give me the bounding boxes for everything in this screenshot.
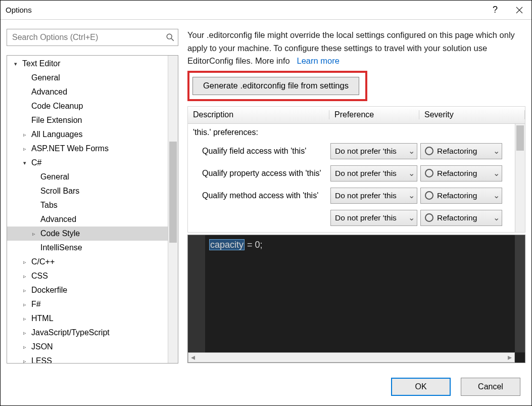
tree-item-label: All Languages [31,130,82,139]
tree-item[interactable]: Tabs [7,198,178,212]
cancel-button[interactable]: Cancel [461,378,520,396]
code-highlight: capacity [209,239,245,250]
ok-button[interactable]: OK [391,378,451,396]
tree-item-label: Dockerfile [31,286,67,295]
help-button[interactable]: ? [483,1,507,20]
table-row: Do not prefer 'this⌄Refactoring⌄ [188,207,525,229]
severity-dropdown[interactable]: Refactoring⌄ [420,165,502,182]
tree-scroll-thumb[interactable] [169,142,177,243]
tree-item[interactable]: ▹HTML [7,311,178,326]
col-severity[interactable]: Severity [419,110,525,119]
tree-item[interactable]: ▹All Languages [7,127,178,142]
table-row: Qualify property access with 'this'Do no… [188,162,525,185]
tree-item[interactable]: ▹JavaScript/TypeScript [7,326,178,340]
chevron-right-icon[interactable]: ▹ [21,273,28,280]
severity-circle-icon [425,169,433,177]
tree-item[interactable]: ▹JSON [7,340,178,354]
tree-item[interactable]: ▹Code Style [7,227,178,241]
chevron-right-icon[interactable]: ▹ [21,301,28,308]
scroll-left-arrow[interactable]: ◂ [188,353,198,362]
tree-item[interactable]: Advanced [7,212,178,227]
tree-item[interactable]: ▹C/C++ [7,255,178,269]
tree-item-label: Code Style [40,229,80,238]
preference-dropdown[interactable]: Do not prefer 'this⌄ [330,188,417,204]
preference-dropdown[interactable]: Do not prefer 'this⌄ [330,165,417,182]
tree-item-label: File Extension [31,116,82,125]
table-row: Qualify field access with 'this'Do not p… [188,140,525,162]
preference-dropdown[interactable]: Do not prefer 'this⌄ [330,143,417,159]
chevron-right-icon[interactable]: ▹ [21,315,28,322]
chevron-down-icon: ⌄ [408,191,415,200]
table-scroll-thumb[interactable] [516,125,524,151]
chevron-right-icon[interactable]: ▹ [21,146,28,152]
tree-item[interactable]: ▹CSS [7,269,178,283]
tree-item[interactable]: File Extension [7,113,178,127]
tree-item-label: Code Cleanup [31,102,83,111]
code-vscrollbar[interactable] [515,235,525,352]
chevron-down-icon: ⌄ [493,191,500,200]
chevron-right-icon[interactable]: ▹ [30,231,37,237]
code-gutter [188,235,205,363]
preferences-table: Description Preference Severity 'this.' … [187,106,525,233]
chevron-down-icon[interactable]: ▾ [12,61,19,67]
tree-item-label: C/C++ [31,257,55,266]
tree-item-label: General [40,172,69,182]
tree-item[interactable]: General [7,71,178,85]
code-hscrollbar[interactable]: ◂ ▸ [188,352,515,363]
search-box[interactable] [7,29,178,46]
tree-item[interactable]: ▹F# [7,297,178,311]
tree-item[interactable]: IntelliSense [7,241,178,255]
tree-item-label: General [31,73,60,82]
tree-item-label: ASP.NET Web Forms [31,144,109,153]
chevron-right-icon[interactable]: ▹ [21,259,28,265]
search-icon[interactable] [163,33,178,42]
dialog-footer: OK Cancel [1,369,531,405]
tree-item-label: JavaScript/TypeScript [31,328,110,337]
code-scroll-corner [515,352,525,363]
chevron-down-icon[interactable]: ▾ [21,160,28,166]
generate-editorconfig-button[interactable]: Generate .editorconfig file from setting… [192,77,359,95]
info-text: Your .editorconfig file might override t… [187,29,525,70]
search-input[interactable] [7,33,163,42]
chevron-right-icon[interactable]: ▹ [21,131,28,138]
tree-scrollbar[interactable] [168,56,178,363]
chevron-right-icon[interactable]: ▹ [21,344,28,350]
scroll-right-arrow[interactable]: ▸ [505,353,514,362]
severity-dropdown[interactable]: Refactoring⌄ [420,143,502,159]
learn-more-link[interactable]: Learn more [297,56,339,65]
close-button[interactable] [507,1,531,20]
chevron-right-icon[interactable]: ▹ [21,330,28,336]
tree-item-label: F# [31,300,41,309]
tree-item-label: CSS [31,272,48,281]
severity-dropdown[interactable]: Refactoring⌄ [420,210,502,226]
chevron-right-icon[interactable]: ▹ [21,287,28,294]
tree-item[interactable]: Advanced [7,85,178,99]
chevron-down-icon: ⌄ [493,147,500,156]
tree-item-label: HTML [31,314,54,323]
tree-item[interactable]: General [7,170,178,184]
tree-item-label: Scroll Bars [40,187,79,196]
tree-item[interactable]: ▾Text Editor [7,57,178,71]
group-header: 'this.' preferences: [188,124,525,140]
severity-dropdown[interactable]: Refactoring⌄ [420,188,502,204]
row-description: Qualify property access with 'this' [191,168,330,178]
tree-item[interactable]: ▾C# [7,156,178,170]
code-preview: capacity = 0; ◂ ▸ [187,235,525,363]
close-icon [516,7,523,14]
chevron-down-icon: ⌄ [493,213,500,222]
tree-item[interactable]: ▹LESS [7,354,178,364]
tree-item-label: Tabs [40,201,58,210]
tree-item-label: Advanced [40,215,76,224]
tree-item[interactable]: Scroll Bars [7,184,178,198]
row-description: Qualify field access with 'this' [191,146,330,156]
tree-item-label: C# [31,158,41,167]
tree-item[interactable]: ▹Dockerfile [7,283,178,297]
col-description[interactable]: Description [188,110,329,119]
preference-dropdown[interactable]: Do not prefer 'this⌄ [330,210,417,226]
tree-item[interactable]: Code Cleanup [7,99,178,113]
severity-circle-icon [425,213,433,222]
tree-item[interactable]: ▹ASP.NET Web Forms [7,142,178,156]
col-preference[interactable]: Preference [329,110,419,119]
table-scrollbar[interactable] [515,124,525,232]
chevron-right-icon[interactable]: ▹ [21,358,28,364]
